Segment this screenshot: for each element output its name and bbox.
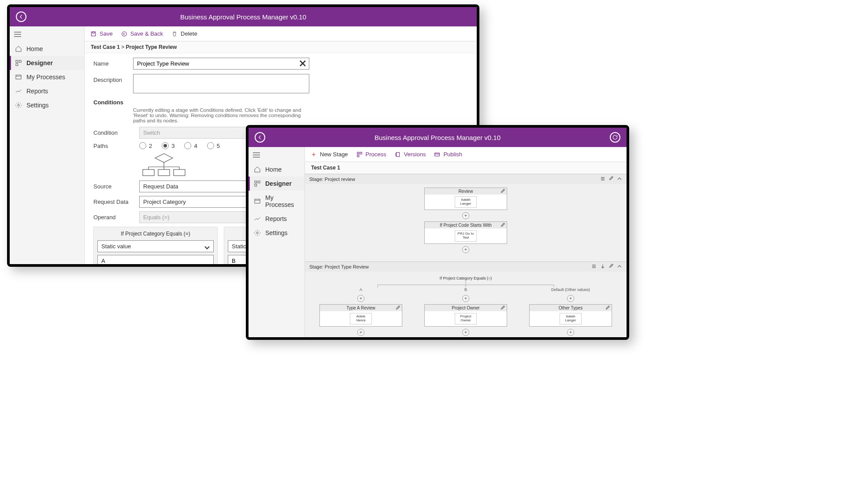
toolbar: New Stage Process Versions Publish [305,147,627,162]
titlebar: Business Approval Process Manager v0.10 [249,128,627,147]
back-button[interactable] [16,11,26,22]
process-button[interactable]: Process [356,151,386,158]
stage-title: Stage: Project review [309,177,600,182]
sidebar-item-home[interactable]: Home [10,42,84,56]
sidebar-item-designer[interactable]: Designer [249,177,304,191]
pencil-icon[interactable] [396,306,400,311]
add-task-button[interactable]: + [462,246,469,253]
label-description: Description [93,74,133,83]
hamburger-icon[interactable] [10,28,84,42]
svg-rect-36 [357,155,359,157]
radio-3[interactable]: 3 [162,142,174,149]
clear-icon[interactable] [299,59,307,67]
sidebar-item-settings[interactable]: Settings [249,226,304,240]
breadcrumb: Test Case 1 [305,162,627,174]
label-reqdata: Request Data [93,199,133,205]
new-stage-button[interactable]: New Stage [310,151,348,158]
chevron-up-icon[interactable] [617,176,622,182]
delete-button[interactable]: Delete [171,30,197,37]
sidebar-label: Home [265,166,282,173]
svg-rect-20 [143,169,154,176]
sidebar-item-reports[interactable]: Reports [249,212,304,226]
designer-icon [254,180,261,187]
svg-rect-5 [16,63,18,66]
designer-icon [15,59,22,66]
svg-point-8 [18,104,19,106]
chevron-up-icon[interactable] [617,264,622,270]
svg-rect-10 [93,32,95,33]
svg-rect-35 [360,152,362,154]
pencil-icon[interactable] [609,264,613,270]
add-task-button[interactable]: + [462,212,469,219]
sidebar-item-myprocesses[interactable]: My Processes [249,191,304,212]
back-button[interactable] [255,132,265,143]
hamburger-icon[interactable] [249,149,304,162]
pencil-icon[interactable] [605,306,610,311]
chevron-down-icon [204,244,210,251]
radio-4[interactable]: 4 [184,142,197,149]
task-card-review[interactable]: Review Isaiah Langer [424,188,507,210]
assignee-chip: Project Owner [455,313,477,324]
toolbar: Save Save & Back Delete [85,26,477,41]
sidebar-item-designer[interactable]: Designer [10,56,84,70]
branch-label-default: Default (Other values) [551,287,590,292]
branch-label-a: A [360,287,362,292]
sidebar-item-settings[interactable]: Settings [10,98,84,112]
radio-5[interactable]: 5 [207,142,220,149]
pencil-icon[interactable] [501,223,505,228]
processes-icon [15,74,22,81]
titlebar: Business Approval Process Manager v0.10 [10,7,477,26]
switch-value-a[interactable] [97,255,214,264]
svg-point-31 [256,232,258,234]
app-title: Business Approval Process Manager v0.10 [10,13,477,21]
save-button[interactable]: Save [90,30,113,37]
label-paths: Paths [93,143,133,149]
svg-rect-21 [158,169,170,176]
sidebar-label: Settings [26,102,49,109]
value-type-select[interactable]: Static value [97,240,214,252]
move-handle-icon[interactable] [600,176,605,182]
sidebar-label: Designer [26,59,53,66]
svg-rect-6 [16,75,21,79]
sidebar-item-myprocesses[interactable]: My Processes [10,70,84,84]
pencil-icon[interactable] [609,176,613,182]
assignee-chip: Isaiah Langer [455,196,477,208]
task-card-condition[interactable]: If Project Code Starts With PRJ Go to Te… [424,221,507,244]
stage-project-review: Stage: Project review Review [305,174,627,261]
pencil-icon[interactable] [501,189,505,194]
move-handle-icon[interactable] [591,264,597,270]
paths-radio-group: 2 3 4 5 [139,142,220,149]
svg-rect-26 [255,181,257,183]
task-card-owner[interactable]: Project Owner Project Owner [424,304,507,327]
svg-rect-22 [174,169,185,176]
task-card-type-a[interactable]: Type A Review Adele Vance [319,304,402,327]
versions-button[interactable]: Versions [394,151,426,158]
sidebar-item-home[interactable]: Home [249,162,304,177]
sidebar-label: My Processes [26,74,65,81]
radio-2[interactable]: 2 [139,142,152,149]
add-task-button[interactable]: + [462,329,469,336]
name-input[interactable] [133,58,309,70]
add-task-button[interactable]: + [567,295,574,302]
home-icon [254,166,261,173]
add-task-button[interactable]: + [357,295,364,302]
add-task-button[interactable]: + [567,329,574,336]
sidebar-label: My Processes [265,194,299,208]
publish-icon [434,151,441,158]
label-operand: Operand [93,214,133,221]
task-card-other[interactable]: Other Types Isaiah Langer [529,304,612,327]
publish-button[interactable]: Publish [434,151,462,158]
description-input[interactable] [133,74,309,93]
add-task-button[interactable]: + [357,329,364,336]
arrow-down-icon[interactable] [600,264,605,270]
breadcrumb: Test Case 1 > Project Type Review [85,41,477,53]
assignee-chip: Isaiah Langer [560,313,582,324]
refresh-button[interactable] [610,132,620,143]
conditions-heading: Conditions [93,99,468,106]
branch-a: A + Type A Review Adele Vance + [319,287,402,337]
save-back-button[interactable]: Save & Back [121,30,163,37]
add-task-button[interactable]: + [462,295,469,302]
pencil-icon[interactable] [501,306,505,311]
window-canvas: Business Approval Process Manager v0.10 … [246,125,629,340]
sidebar-item-reports[interactable]: Reports [10,84,84,98]
